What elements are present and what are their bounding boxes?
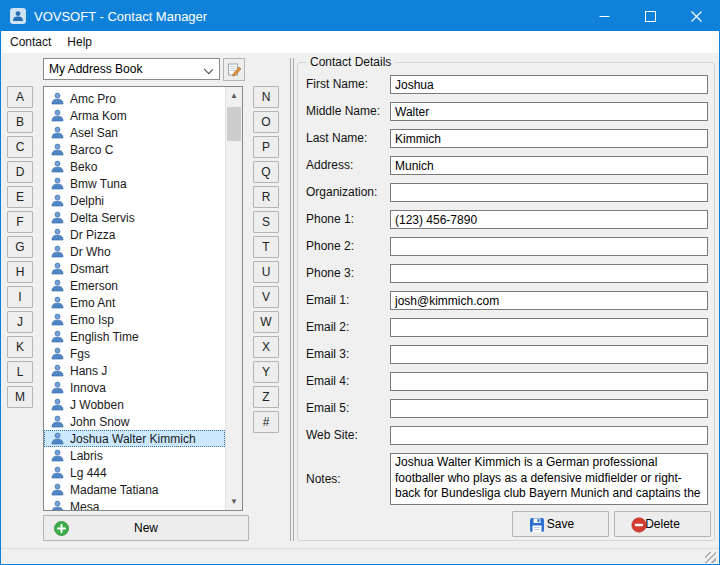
letter-button-M[interactable]: M [7, 386, 33, 408]
contact-list-item[interactable]: Delphi [44, 192, 225, 209]
letter-button-F[interactable]: F [7, 211, 33, 233]
email1-input[interactable] [390, 291, 708, 310]
letter-button-Y[interactable]: Y [253, 361, 279, 383]
close-icon [691, 11, 702, 22]
email5-input[interactable] [390, 399, 708, 418]
contact-name: Dr Who [70, 245, 111, 259]
notes-textarea[interactable]: Joshua Walter Kimmich is a German profes… [390, 453, 708, 505]
letter-button-hash[interactable]: # [253, 411, 279, 433]
phone3-input[interactable] [390, 264, 708, 283]
letter-button-N[interactable]: N [253, 86, 279, 108]
address-book-select[interactable]: My Address Book [43, 58, 220, 80]
contact-name: Emerson [70, 279, 118, 293]
letter-button-I[interactable]: I [7, 286, 33, 308]
scroll-up-button[interactable]: ▲ [226, 87, 242, 104]
letter-button-Q[interactable]: Q [253, 161, 279, 183]
contact-list-item[interactable]: Lg 444 [44, 464, 225, 481]
delete-button[interactable]: Delete [614, 511, 711, 537]
letter-button-T[interactable]: T [253, 236, 279, 258]
contact-list[interactable]: Amc ProArma KomAsel SanBarco CBekoBmw Tu… [43, 86, 243, 511]
organization-input[interactable] [390, 183, 708, 202]
contact-list-item[interactable]: Innova [44, 379, 225, 396]
contact-name: Fgs [70, 347, 90, 361]
letter-button-A[interactable]: A [7, 86, 33, 108]
contact-list-item[interactable]: Fgs [44, 345, 225, 362]
app-icon [10, 8, 26, 24]
person-icon [51, 381, 64, 394]
resize-grip[interactable] [705, 552, 716, 563]
contact-list-item[interactable]: Bmw Tuna [44, 175, 225, 192]
window-title: VOVSOFT - Contact Manager [34, 9, 207, 24]
menu-item-contact[interactable]: Contact [2, 32, 59, 52]
letter-button-L[interactable]: L [7, 361, 33, 383]
contact-list-item[interactable]: Delta Servis [44, 209, 225, 226]
first-name-input[interactable] [390, 75, 708, 94]
contact-list-item[interactable]: Emerson [44, 277, 225, 294]
scroll-down-button[interactable]: ▼ [226, 493, 242, 510]
contact-list-item[interactable]: English Time [44, 328, 225, 345]
save-icon [529, 517, 545, 533]
scroll-thumb[interactable] [227, 107, 241, 141]
contact-list-item[interactable]: Dr Who [44, 243, 225, 260]
phone2-input[interactable] [390, 237, 708, 256]
contact-list-item[interactable]: John Snow [44, 413, 225, 430]
contact-list-item[interactable]: Beko [44, 158, 225, 175]
email2-input[interactable] [390, 318, 708, 337]
contact-list-item[interactable]: Asel San [44, 124, 225, 141]
contact-list-item[interactable]: Amc Pro [44, 90, 225, 107]
new-contact-button[interactable]: New [43, 515, 249, 541]
contact-list-item[interactable]: Hans J [44, 362, 225, 379]
contact-list-item[interactable]: Dsmart [44, 260, 225, 277]
letter-button-V[interactable]: V [253, 286, 279, 308]
contact-name: Innova [70, 381, 106, 395]
address-input[interactable] [390, 156, 708, 175]
contact-list-item[interactable]: Mesa [44, 498, 225, 511]
contact-name: Beko [70, 160, 97, 174]
contact-list-item[interactable]: Arma Kom [44, 107, 225, 124]
email4-input[interactable] [390, 372, 708, 391]
person-icon [51, 364, 64, 377]
letter-button-E[interactable]: E [7, 186, 33, 208]
letter-button-G[interactable]: G [7, 236, 33, 258]
contact-list-item[interactable]: Dr Pizza [44, 226, 225, 243]
letter-button-Z[interactable]: Z [253, 386, 279, 408]
contact-list-item[interactable]: Barco C [44, 141, 225, 158]
contact-list-item[interactable]: Emo Isp [44, 311, 225, 328]
email3-input[interactable] [390, 345, 708, 364]
contact-list-item[interactable]: Labris [44, 447, 225, 464]
close-button[interactable] [673, 1, 719, 31]
letter-button-X[interactable]: X [253, 336, 279, 358]
contact-list-item[interactable]: Madame Tatiana [44, 481, 225, 498]
chevron-down-icon [204, 65, 213, 74]
contact-name: Mesa [70, 500, 99, 512]
contact-name: Delta Servis [70, 211, 135, 225]
middle-name-input[interactable] [390, 102, 708, 121]
letter-button-S[interactable]: S [253, 211, 279, 233]
letter-button-U[interactable]: U [253, 261, 279, 283]
maximize-button[interactable] [627, 1, 673, 31]
contact-list-scrollbar[interactable]: ▲ ▼ [225, 87, 242, 510]
letter-button-H[interactable]: H [7, 261, 33, 283]
minimize-icon [599, 11, 610, 22]
letter-button-J[interactable]: J [7, 311, 33, 333]
email5-label: Email 5: [306, 399, 349, 418]
menu-item-help[interactable]: Help [59, 32, 100, 52]
letter-button-C[interactable]: C [7, 136, 33, 158]
letter-button-P[interactable]: P [253, 136, 279, 158]
minimize-button[interactable] [581, 1, 627, 31]
contact-list-item[interactable]: J Wobben [44, 396, 225, 413]
letter-button-W[interactable]: W [253, 311, 279, 333]
letter-button-D[interactable]: D [7, 161, 33, 183]
website-input[interactable] [390, 426, 708, 445]
phone1-input[interactable] [390, 210, 708, 229]
letter-button-B[interactable]: B [7, 111, 33, 133]
letter-button-R[interactable]: R [253, 186, 279, 208]
contact-list-item[interactable]: Emo Ant [44, 294, 225, 311]
last-name-input[interactable] [390, 129, 708, 148]
save-button[interactable]: Save [512, 511, 609, 537]
contact-list-item[interactable]: Joshua Walter Kimmich [44, 430, 225, 447]
letter-button-O[interactable]: O [253, 111, 279, 133]
panel-splitter[interactable] [290, 58, 294, 541]
letter-button-K[interactable]: K [7, 336, 33, 358]
edit-address-book-button[interactable] [223, 58, 245, 81]
